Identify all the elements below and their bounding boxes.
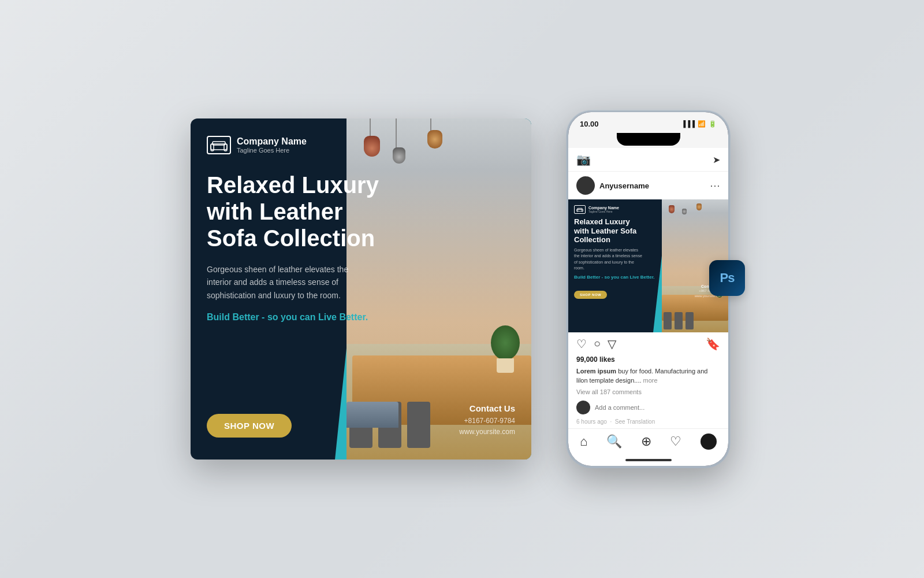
scene-container: Company Name Tagline Goes Here Relaxed L… (191, 110, 733, 468)
phone-sofa-icon (574, 205, 586, 214)
see-translation-link[interactable]: See Translation (615, 418, 655, 425)
search-nav-icon[interactable]: 🔍 (606, 434, 622, 449)
add-post-icon[interactable]: ⊕ (641, 434, 651, 449)
phone-ad-company-name: Company Name (588, 206, 619, 210)
phone-status-bar: 10.00 ▐▐▐ 📶 🔋 (568, 112, 728, 133)
ad-logo-row: Company Name Tagline Goes Here (207, 136, 515, 154)
activity-icon[interactable]: ♡ (670, 434, 681, 449)
ad-card: Company Name Tagline Goes Here Relaxed L… (191, 118, 531, 460)
battery-icon: 🔋 (709, 120, 717, 128)
contact-title: Contact Us (459, 403, 515, 413)
instagram-header: 📷 ➤ (568, 148, 728, 172)
contact-block: Contact Us +8167-607-9784 www.yoursite.c… (459, 403, 515, 438)
caption-more[interactable]: more (643, 377, 658, 384)
profile-avatar[interactable] (576, 176, 595, 195)
phone-ad-title: Relaxed Luxury with Leather Sofa Collect… (574, 217, 646, 244)
profile-username: Anyusername (599, 181, 649, 190)
company-name: Company Name (237, 136, 307, 147)
time-ago-text: 6 hours ago (576, 418, 607, 425)
svg-rect-1 (213, 142, 225, 145)
phone-outer-shell: 10.00 ▐▐▐ 📶 🔋 📷 ➤ (566, 110, 731, 468)
instagram-bottom-nav: ⌂ 🔍 ⊕ ♡ (568, 428, 728, 457)
ps-label: Ps (720, 271, 735, 286)
add-comment-row (568, 398, 728, 417)
logo-text: Company Name Tagline Goes Here (237, 136, 307, 154)
profile-nav-icon[interactable] (701, 433, 717, 450)
tagline: Tagline Goes Here (237, 147, 307, 154)
bookmark-icon[interactable]: 🔖 (706, 337, 720, 351)
wifi-icon: 📶 (698, 120, 706, 128)
photoshop-badge: Ps (709, 260, 745, 296)
phone-ad-tagline: Tagline Goes Here (588, 210, 619, 213)
profile-left: Anyusername (576, 176, 649, 195)
phone-ad-logo-text: Company Name Tagline Goes Here (588, 206, 619, 213)
phone-notch (568, 133, 728, 148)
comment-icon[interactable]: ○ (594, 337, 601, 351)
more-options-icon[interactable]: ⋯ (710, 179, 720, 192)
phone-ad-logo-row: Company Name Tagline Goes Here (574, 205, 722, 214)
ad-bottom-row: SHOP NOW Contact Us +8167-607-9784 www.y… (207, 340, 515, 442)
camera-icon[interactable]: 📷 (576, 153, 591, 166)
heart-icon[interactable]: ♡ (576, 337, 587, 351)
instagram-actions-bar: ♡ ○ ▽ 🔖 (568, 332, 728, 355)
comment-avatar (576, 401, 590, 414)
comment-input[interactable] (595, 404, 720, 411)
phone-mockup: 10.00 ▐▐▐ 📶 🔋 📷 ➤ (566, 110, 733, 468)
contact-website: www.yoursite.com (459, 427, 515, 438)
post-time: 6 hours ago · See Translation (568, 417, 728, 428)
ad-main-title: Relaxed Luxury with Leather Sofa Collect… (207, 172, 380, 251)
ad-content-overlay: Company Name Tagline Goes Here Relaxed L… (191, 118, 531, 460)
send-icon[interactable]: ➤ (713, 154, 720, 165)
phone-shop-now-button[interactable]: SHOP NOW (574, 291, 607, 299)
caption-username: Lorem ipsum (576, 368, 616, 375)
phone-ad-content: Company Name Tagline Goes Here Relaxed L… (568, 199, 728, 332)
nav-home[interactable]: ⌂ (580, 434, 587, 449)
signal-icon: ▐▐▐ (681, 120, 695, 127)
status-icons: ▐▐▐ 📶 🔋 (681, 120, 717, 128)
phone-ad-post: Company Name Tagline Goes Here Relaxed L… (568, 199, 728, 332)
phone-home-indicator (568, 457, 728, 466)
phone-ad-bottom-row: SHOP NOW Contact Us +967-607-9784 www.yo… (574, 284, 722, 299)
instagram-profile-row: Anyusername ⋯ (568, 172, 728, 199)
ad-slogan: Build Better - so you can Live Better. (207, 312, 515, 323)
phone-ad-description: Gorgeous sheen of leather elevates the i… (574, 247, 643, 272)
contact-phone: +8167-607-9784 (459, 416, 515, 427)
status-time: 10.00 (580, 120, 599, 128)
shop-now-button[interactable]: SHOP NOW (207, 414, 292, 438)
instagram-likes: 99,000 likes (568, 355, 728, 366)
share-icon[interactable]: ▽ (608, 337, 616, 351)
view-comments-link[interactable]: View all 187 comments (568, 387, 728, 398)
instagram-caption: Lorem ipsum buy for food. Manufacturing … (568, 366, 728, 387)
home-icon: ⌂ (580, 434, 587, 449)
ad-description: Gorgeous sheen of leather elevates the i… (207, 263, 368, 302)
home-bar-line (625, 459, 672, 461)
phone-screen: 10.00 ▐▐▐ 📶 🔋 📷 ➤ (568, 112, 728, 466)
instagram-left-actions: ♡ ○ ▽ (576, 337, 616, 351)
phone-ad-slogan: Build Better - so you can Live Better. (574, 275, 722, 280)
sofa-icon (207, 136, 231, 154)
notch-cutout (617, 133, 680, 146)
